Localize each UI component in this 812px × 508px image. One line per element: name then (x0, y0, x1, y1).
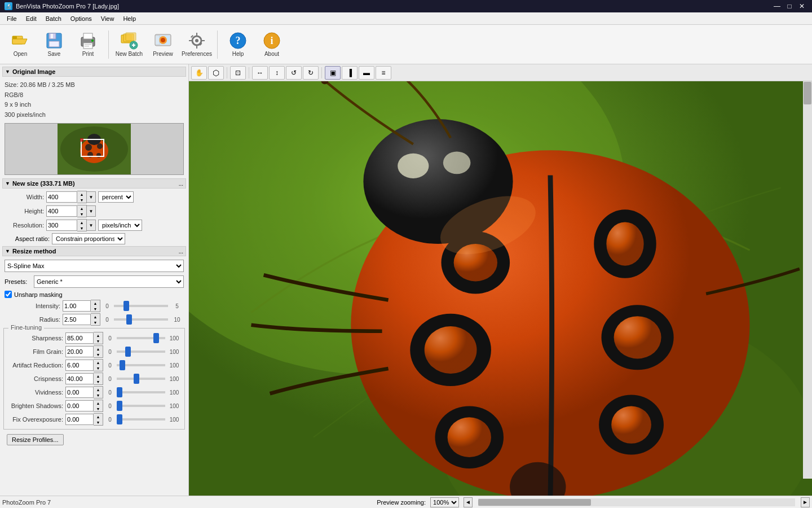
film-grain-up[interactable]: ▲ (94, 346, 103, 352)
fix-overexposure-input-group: ▲ ▼ (65, 413, 103, 426)
split-vertical-button[interactable]: ▐ (342, 66, 358, 80)
width-down[interactable]: ▼ (77, 197, 86, 203)
print-button[interactable]: Print (72, 27, 104, 62)
menu-options[interactable]: Options (66, 14, 96, 23)
scroll-left-button[interactable]: ◄ (464, 497, 473, 507)
fix-overexposure-field[interactable] (65, 414, 94, 425)
intensity-down[interactable]: ▼ (91, 306, 100, 312)
vertical-scrollbar-thumb[interactable] (804, 82, 811, 104)
crispness-down[interactable]: ▼ (94, 379, 103, 384)
method-select[interactable]: S-Spline Max S-Spline XL S-Spline Lanczo… (5, 260, 184, 272)
hand-tool-button[interactable]: ✋ (191, 66, 207, 80)
scroll-right-button[interactable]: ► (801, 497, 810, 507)
maximize-button[interactable]: □ (784, 2, 795, 11)
fix-overexposure-slider[interactable] (117, 418, 165, 421)
width-field[interactable] (46, 191, 77, 203)
artifact-reduction-field[interactable] (65, 360, 94, 371)
crispness-slider-track (117, 374, 165, 384)
sharpness-field[interactable] (65, 332, 94, 344)
resolution-field[interactable] (46, 220, 77, 231)
height-field[interactable] (46, 205, 77, 217)
crispness-field[interactable] (65, 373, 94, 384)
preferences-button[interactable]: Preferences (181, 27, 213, 62)
unsharp-checkbox[interactable] (5, 291, 12, 298)
sharpness-slider[interactable] (117, 337, 165, 339)
vividness-field[interactable] (65, 387, 94, 398)
vividness-up[interactable]: ▲ (94, 387, 103, 392)
fix-overexposure-max: 100 (167, 417, 181, 423)
film-grain-down[interactable]: ▼ (94, 352, 103, 357)
resize-profiles-button[interactable]: Resize Profiles... (7, 434, 64, 445)
fix-overexposure-up[interactable]: ▲ (94, 414, 103, 419)
single-view-button[interactable]: ▣ (325, 66, 341, 80)
radius-field[interactable] (63, 314, 91, 325)
presets-select[interactable]: Generic * Generic Photo Illustration (34, 275, 184, 288)
close-button[interactable]: ✕ (796, 2, 807, 11)
split-horizontal-button[interactable]: ▬ (359, 66, 374, 80)
resolution-up[interactable]: ▲ (77, 220, 86, 225)
about-button[interactable]: i About (256, 27, 288, 62)
brighten-shadows-up[interactable]: ▲ (94, 400, 103, 406)
vividness-slider[interactable] (117, 391, 165, 393)
resize-method-more[interactable]: ... (179, 248, 183, 255)
rotate-left-button[interactable]: ↺ (286, 66, 302, 80)
original-image-title: Original Image (12, 68, 55, 75)
lasso-button[interactable]: ⬡ (208, 66, 224, 80)
flip-h-button[interactable]: ↔ (252, 66, 268, 80)
intensity-up[interactable]: ▲ (91, 300, 100, 306)
sharpness-up[interactable]: ▲ (94, 332, 103, 338)
menu-batch[interactable]: Batch (41, 14, 66, 23)
crispness-up[interactable]: ▲ (94, 373, 103, 379)
width-up[interactable]: ▲ (77, 191, 86, 197)
menu-file[interactable]: File (2, 14, 21, 23)
height-up[interactable]: ▲ (77, 205, 86, 211)
intensity-field[interactable] (63, 300, 91, 312)
resolution-extra[interactable]: ▼ (87, 220, 96, 231)
vividness-down[interactable]: ▼ (94, 392, 103, 398)
compare-button[interactable]: ≡ (376, 66, 391, 80)
crop-button[interactable]: ⊡ (230, 66, 246, 80)
aspect-ratio-select[interactable]: Constrain proportions Free Custom (52, 233, 125, 244)
preview-button[interactable]: Preview (147, 27, 179, 62)
original-image-header[interactable]: ▼ Original Image (2, 67, 186, 77)
brighten-shadows-slider[interactable] (117, 405, 165, 407)
radius-up[interactable]: ▲ (91, 314, 100, 319)
flip-v-button[interactable]: ↕ (269, 66, 285, 80)
minimize-button[interactable]: — (771, 2, 783, 11)
artifact-reduction-up[interactable]: ▲ (94, 360, 103, 365)
help-button[interactable]: ? Help (222, 27, 254, 62)
width-extra[interactable]: ▼ (87, 191, 96, 203)
menu-edit[interactable]: Edit (21, 14, 41, 23)
horizontal-scrollbar[interactable] (478, 498, 795, 506)
horizontal-scrollbar-thumb[interactable] (478, 499, 591, 506)
resolution-down[interactable]: ▼ (77, 225, 86, 231)
rotate-right-button[interactable]: ↻ (303, 66, 319, 80)
new-batch-button[interactable]: New Batch (113, 27, 145, 62)
height-down[interactable]: ▼ (77, 211, 86, 217)
new-size-more[interactable]: ... (179, 181, 183, 187)
res-unit-select[interactable]: pixels/inch pixels/cm (98, 220, 142, 231)
vertical-scrollbar[interactable] (803, 81, 812, 479)
artifact-reduction-down[interactable]: ▼ (94, 365, 103, 371)
zoom-select[interactable]: 25% 50% 75% 100% 150% 200% (430, 497, 459, 507)
film-grain-slider[interactable] (117, 351, 165, 353)
unit-select[interactable]: percent pixels inch cm mm (98, 191, 134, 203)
intensity-slider[interactable] (114, 305, 168, 307)
artifact-reduction-slider[interactable] (117, 364, 165, 366)
resize-method-header[interactable]: ▼ Resize method ... (2, 246, 186, 256)
open-button[interactable]: Open (5, 27, 36, 62)
menu-view[interactable]: View (96, 14, 119, 23)
brighten-shadows-down[interactable]: ▼ (94, 406, 103, 411)
radius-down[interactable]: ▼ (91, 319, 100, 325)
film-grain-field[interactable] (65, 346, 94, 357)
height-extra[interactable]: ▼ (87, 205, 96, 217)
fix-overexposure-down[interactable]: ▼ (94, 419, 103, 425)
radius-slider[interactable] (114, 318, 168, 321)
brighten-shadows-field[interactable] (65, 400, 94, 411)
new-size-header[interactable]: ▼ New size (333.71 MB) ... (2, 178, 186, 189)
crispness-slider[interactable] (117, 378, 165, 380)
menu-help[interactable]: Help (118, 14, 140, 23)
sharpness-down[interactable]: ▼ (94, 338, 103, 344)
fix-overexposure-label: Fix Overexposure: (10, 416, 63, 423)
save-button[interactable]: Save (38, 27, 70, 62)
